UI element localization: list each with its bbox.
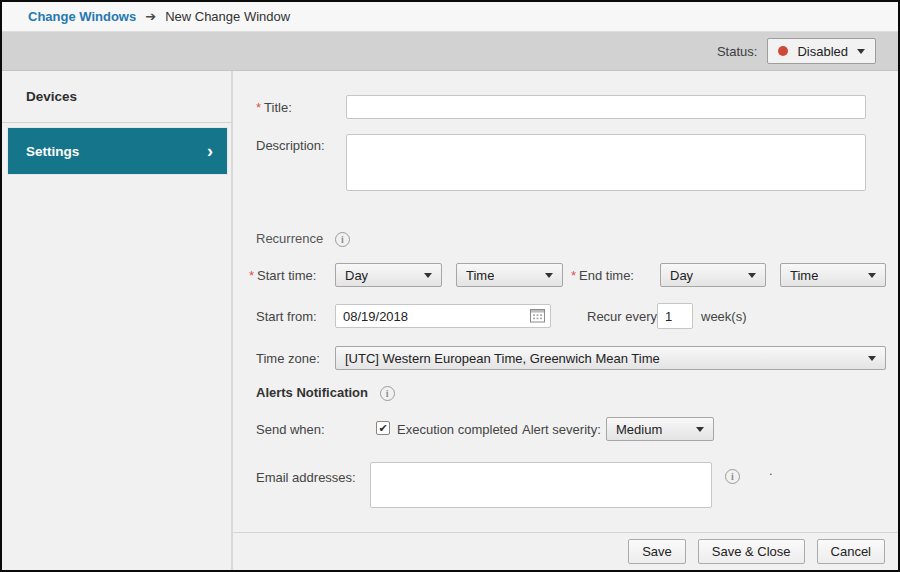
info-icon[interactable]: i	[725, 469, 740, 484]
start-from-label: Start from:	[256, 309, 317, 324]
execution-completed-checkbox[interactable]: ✔	[376, 421, 390, 435]
chevron-down-icon	[857, 49, 865, 54]
settings-form: *Title: Description: Recurrence i *Start…	[233, 71, 898, 570]
cancel-button[interactable]: Cancel	[817, 539, 885, 564]
start-time-label: *Start time:	[249, 268, 316, 283]
status-value: Disabled	[797, 44, 848, 59]
start-from-date-input[interactable]	[335, 304, 551, 328]
breadcrumb-parent-link[interactable]: Change Windows	[28, 9, 136, 24]
breadcrumb-current: New Change Window	[165, 9, 290, 24]
chevron-down-icon	[545, 273, 553, 278]
alert-severity-label: Alert severity:	[522, 422, 601, 437]
save-and-close-button[interactable]: Save & Close	[698, 539, 805, 564]
change-window-dialog: Change Windows ➔ New Change Window Statu…	[0, 0, 900, 572]
description-label: Description:	[256, 138, 325, 153]
required-asterisk: *	[571, 268, 576, 283]
save-button[interactable]: Save	[628, 539, 686, 564]
alerts-notification-heading: Alerts Notification i	[256, 385, 395, 401]
sidebar-item-devices[interactable]: Devices	[2, 71, 231, 122]
calendar-icon[interactable]	[530, 308, 545, 326]
send-when-label: Send when:	[256, 422, 325, 437]
description-textarea[interactable]	[346, 134, 866, 191]
status-bar: Status: Disabled	[2, 32, 898, 71]
time-zone-label: Time zone:	[256, 351, 320, 366]
alert-severity-select[interactable]: Medium	[606, 417, 714, 441]
chevron-down-icon	[868, 356, 876, 361]
status-label: Status:	[717, 44, 757, 59]
sidebar-item-settings[interactable]: Settings ›	[8, 128, 227, 174]
email-suffix-dot: .	[769, 463, 773, 478]
breadcrumb: Change Windows ➔ New Change Window	[2, 2, 898, 32]
required-asterisk: *	[249, 268, 254, 283]
info-icon[interactable]: i	[380, 386, 395, 401]
checkmark-icon: ✔	[378, 423, 387, 434]
title-input[interactable]	[346, 95, 866, 119]
required-asterisk: *	[256, 100, 261, 115]
title-label: *Title:	[256, 100, 292, 115]
email-addresses-textarea[interactable]	[370, 462, 712, 508]
start-from-field	[335, 304, 551, 328]
sidebar-item-label: Settings	[26, 144, 79, 159]
recur-every-input[interactable]	[657, 303, 693, 329]
chevron-right-icon: ›	[207, 142, 213, 160]
execution-completed-label: Execution completed	[397, 422, 518, 437]
end-time-select[interactable]: Time	[780, 263, 886, 287]
email-addresses-label: Email addresses:	[256, 470, 356, 485]
end-day-select[interactable]: Day	[660, 263, 766, 287]
breadcrumb-arrow-icon: ➔	[145, 9, 156, 24]
chevron-down-icon	[696, 427, 704, 432]
recurrence-heading: Recurrence i	[256, 231, 350, 247]
status-dropdown[interactable]: Disabled	[767, 38, 876, 64]
chevron-down-icon	[424, 273, 432, 278]
sidebar-item-label: Devices	[26, 89, 77, 104]
recur-every-label: Recur every	[587, 309, 657, 324]
start-time-select[interactable]: Time	[456, 263, 563, 287]
time-zone-select[interactable]: [UTC] Western European Time, Greenwich M…	[335, 346, 886, 370]
chevron-down-icon	[868, 273, 876, 278]
start-day-select[interactable]: Day	[335, 263, 442, 287]
recur-unit-label: week(s)	[701, 309, 747, 324]
sidebar-divider	[2, 122, 231, 123]
end-time-label: *End time:	[571, 268, 634, 283]
sidebar: Devices Settings ›	[2, 71, 233, 570]
chevron-down-icon	[748, 273, 756, 278]
status-disabled-dot-icon	[778, 46, 788, 56]
info-icon[interactable]: i	[335, 232, 350, 247]
footer-actions: Save Save & Close Cancel	[233, 532, 898, 570]
